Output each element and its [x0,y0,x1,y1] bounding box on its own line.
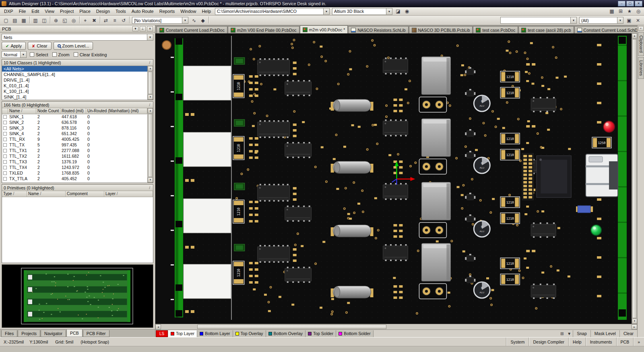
board-insight-icon[interactable]: ⊞ [558,331,566,336]
layer-tab-bottom-solder[interactable]: Bottom Solder [336,330,374,337]
arrange-windows-icon[interactable]: ⊞ [616,8,625,15]
doc-tab-constant-current-load-pcbdoc[interactable]: Constant Current Load.PcbDoc [157,26,227,33]
net-row-nodes[interactable]: 2 [36,170,60,176]
doc-tab-nasco-3d-pcblib-pcblib[interactable]: NASCO 3D PCBLIB.PcbLib [409,26,473,33]
net-row-nodes[interactable]: 2 [36,119,60,125]
panel-button-help[interactable]: Help [568,338,586,346]
net-row-routed[interactable]: 405.452 [60,176,86,181]
menu-item-design[interactable]: Design [93,8,113,14]
print-preview-icon[interactable]: ◫ [40,16,49,24]
net-row-routed[interactable]: 878.116 [60,125,86,131]
net-class-item[interactable]: <All Nets> [2,66,147,72]
mask-mode-icon[interactable]: ▣ [625,16,634,24]
primitives-col-header[interactable]: Layer [104,191,153,197]
net-row-checkbox[interactable] [2,176,8,181]
net-row-checkbox[interactable] [2,114,8,119]
doc-tab-m2m-v00-end-plate-00-pcbdoc[interactable]: m2m V00 End Plate 00.PcbDoc [228,26,299,33]
layer-tab-top-solder[interactable]: Top Solder [305,330,336,337]
net-row-routed[interactable]: 4005.425 [60,136,86,142]
scope-combo[interactable]: (All) ▼ [579,17,623,24]
net-row-unrouted[interactable]: 0 [86,176,147,181]
net-row-name[interactable]: TTL_TX1 [8,148,36,153]
primitives-col-header[interactable]: Name [27,191,66,197]
menu-item-view[interactable]: View [42,8,57,14]
new-document-icon[interactable]: ▢ [2,16,10,24]
nets-header[interactable]: 166 Nets (0 Highlighted) / [2,102,153,108]
menu-item-file[interactable]: File [16,8,29,14]
close-button[interactable]: ✕ [635,1,642,6]
combo-dropdown-icon[interactable]: ▼ [617,17,623,23]
net-row-routed[interactable]: 1768.835 [60,170,86,176]
nets-col-header[interactable]: Node Count [36,108,60,114]
net-row-unrouted[interactable]: 0 [86,170,147,176]
net-row-checkbox[interactable] [2,136,8,142]
net-row-unrouted[interactable]: 0 [86,148,147,153]
layer-tab-bottom-overlay[interactable]: Bottom Overlay [266,330,305,337]
net-row-nodes[interactable]: 2 [36,176,60,181]
net-row-unrouted[interactable]: 0 [86,119,147,125]
scroll-down-icon[interactable]: ▼ [148,177,153,183]
3d-view-icon[interactable]: ◪ [394,8,402,15]
nets-col-header[interactable]: Routed (mil) [60,108,86,114]
net-row-checkbox[interactable] [2,165,8,170]
net-row-name[interactable]: SINK_2 [8,119,36,125]
highlight-mode-combo[interactable]: Normal ▼ [2,51,27,58]
place-component-icon[interactable]: ◆ [198,16,207,24]
net-row-routed[interactable]: 2277.088 [60,148,86,153]
scroll-down-icon[interactable]: ▼ [148,95,153,100]
combo-dropdown-icon[interactable]: ▼ [570,17,576,23]
net-class-item[interactable]: K_100_[1..4] [2,89,147,94]
canvas-vertical-scrollbar[interactable]: ▲ ▼ [632,33,637,324]
menu-item-place[interactable]: Place [76,8,93,14]
scroll-left-icon[interactable]: ◄ [155,324,161,329]
net-row-unrouted[interactable]: 0 [86,159,147,165]
net-row-routed[interactable]: 651.342 [60,131,86,136]
net-row-nodes[interactable]: 2 [36,148,60,153]
net-row-name[interactable]: TTL_TX4 [8,165,36,170]
canvas-horizontal-scrollbar[interactable]: ◄ ► [155,324,637,329]
filter-combo[interactable]: ▼ [500,17,577,24]
zoom-level-button[interactable]: Zoom Level... [54,42,93,50]
pcb-editor-canvas[interactable]: 1210BALU121012101210BALU121012101210BALU… [155,33,637,324]
scrollbar-thumb[interactable] [197,325,386,329]
net-row-unrouted[interactable]: 0 [86,153,147,159]
more-panels-icon[interactable]: » [633,338,644,346]
net-classes-scrollbar[interactable]: ▲ ▼ [147,66,153,100]
layer-bar-button-clear[interactable]: Clear [619,330,637,337]
layer-dropdown-icon[interactable]: ▼ [566,331,573,336]
net-row-unrouted[interactable]: 0 [86,165,147,170]
scroll-up-icon[interactable]: ▲ [632,33,637,39]
zoom-area-icon[interactable]: ◱ [60,16,69,24]
net-row-checkbox[interactable] [2,170,8,176]
project-path-combo[interactable]: C:\Simon\Archive\nasco\Hardware\SIMCO ▼ [215,8,330,15]
doc-tab-test-case-pcbdoc[interactable]: test case.PcbDoc [473,26,518,33]
nets-col-header[interactable]: Name [8,108,36,114]
help-search-icon[interactable]: ◎ [634,8,643,15]
scrollbar-thumb[interactable] [632,39,637,318]
board-minimap[interactable] [2,264,153,328]
net-row-nodes[interactable]: 2 [36,114,60,119]
view-configuration-combo[interactable]: Altium 3D Black ▼ [332,8,392,15]
combo-dropdown-icon[interactable]: ▼ [386,8,392,14]
net-class-item[interactable]: K_010_[1..4] [2,83,147,89]
menu-item-help[interactable]: Help [199,8,214,14]
right-tab-clipboard[interactable]: Clipboard [638,32,644,56]
scroll-down-icon[interactable]: ▼ [632,319,637,324]
clear-mask-icon[interactable]: ✕ [634,16,642,24]
scrollbar-track[interactable] [386,324,632,329]
panel-button-instruments[interactable]: Instruments [586,338,616,346]
panel-button-system[interactable]: System [506,338,528,346]
net-class-item[interactable]: DRIVE_[1..4] [2,77,147,83]
move-object-icon[interactable]: ⇄ [101,16,110,24]
doc-tab-m2m-v00-pcbdoc[interactable]: m2m v00.PcbDoc * [300,25,348,33]
zoom-in-icon[interactable]: ⊕ [52,16,60,24]
zoom-fit-icon[interactable]: ◎ [69,16,78,24]
clear-button[interactable]: ✘ Clear [28,42,52,50]
menu-item-reports[interactable]: Reports [157,8,178,14]
combo-dropdown-icon[interactable]: ▼ [323,8,329,14]
net-row-checkbox[interactable] [2,119,8,125]
layer-bar-button-snap[interactable]: Snap [573,330,590,337]
net-row-nodes[interactable]: 2 [36,125,60,131]
panel-tab-projects[interactable]: Projects [18,330,40,337]
panel-tab-navigator[interactable]: Navigator [41,330,66,337]
